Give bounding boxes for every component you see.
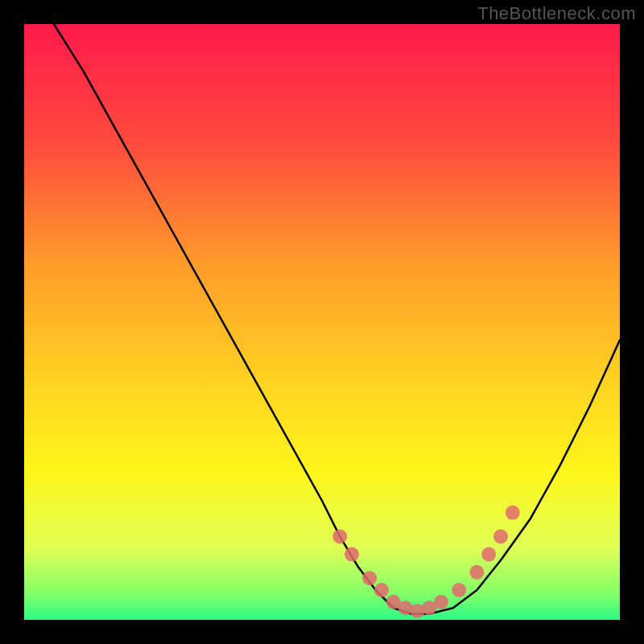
highlight-point [506,506,520,520]
chart-plot [24,24,620,620]
highlight-point [332,529,347,543]
watermark-text: TheBottleneck.com [477,3,636,24]
highlight-point [452,583,466,597]
highlight-point [434,595,448,609]
highlight-point [493,529,508,543]
highlight-point [345,547,359,562]
highlight-point [374,583,389,597]
chart-background [24,24,620,620]
chart-frame: TheBottleneck.com [0,0,644,644]
highlight-point [469,565,484,580]
highlight-point [362,571,377,585]
chart-svg [24,24,620,620]
highlight-point [481,547,496,562]
